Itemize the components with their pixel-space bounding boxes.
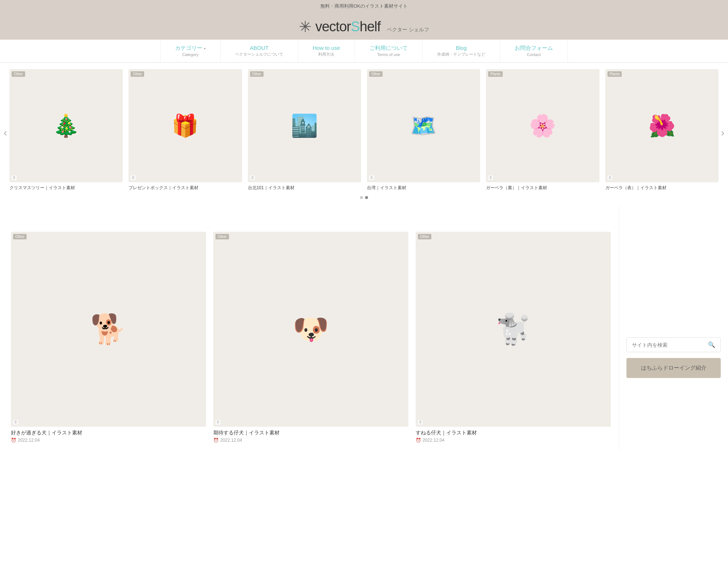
carousel-item-badge: Plants bbox=[488, 71, 503, 77]
article-image: Other 🐕 8 bbox=[11, 232, 206, 427]
logo-highlight: S bbox=[351, 19, 360, 34]
carousel-item-badge: Other bbox=[131, 71, 144, 77]
carousel-item-icon: 🗺️ bbox=[410, 115, 437, 137]
chevron-down-icon: ▾ bbox=[204, 47, 206, 51]
carousel-item[interactable]: Other 🎄 8 クリスマスツリー｜イラスト素材 bbox=[7, 68, 126, 192]
nav-about-main: ABOUT bbox=[235, 45, 283, 51]
nav-about-sub: ベクターシェルフについて bbox=[235, 52, 283, 57]
carousel-section: ‹ Other 🎄 8 クリスマスツリー｜イラスト素材 Other 🎁 8 プレ… bbox=[0, 63, 728, 206]
watermark: 8 bbox=[13, 420, 18, 425]
top-banner: 無料・商用利用OKのイラスト素材サイト bbox=[0, 0, 728, 12]
watermark: 8 bbox=[215, 420, 221, 425]
sidebar-banner[interactable]: はちふらドローイング紹介 bbox=[626, 358, 721, 378]
logo-star-icon: ✳ bbox=[299, 19, 312, 35]
clock-icon: ⏰ bbox=[11, 438, 16, 443]
nav-howtouse-sub: 利用方法 bbox=[313, 52, 340, 57]
nav-item-terms[interactable]: ご利用について Terms of use bbox=[355, 40, 423, 62]
article-card[interactable]: Other 🐕 8 好きが過ぎる犬｜イラスト素材 ⏰ 2022.12.04 bbox=[11, 232, 206, 443]
carousel-item[interactable]: Other 🏙️ 8 台北101｜イラスト素材 bbox=[245, 68, 364, 192]
carousel-item-image: Other 🎁 8 bbox=[128, 69, 242, 182]
article-card[interactable]: Other 🐩 8 すねる仔犬｜イラスト素材 ⏰ 2022.12.04 bbox=[416, 232, 611, 443]
carousel-track: Other 🎄 8 クリスマスツリー｜イラスト素材 Other 🎁 8 プレゼン… bbox=[0, 68, 728, 192]
article-image: Other 🐶 8 bbox=[213, 232, 408, 427]
carousel-item-icon: 🌺 bbox=[648, 115, 676, 137]
article-icon: 🐶 bbox=[293, 315, 329, 344]
carousel-item-title: 台湾｜イラスト素材 bbox=[367, 184, 480, 191]
carousel-item-badge: Other bbox=[12, 71, 25, 77]
nav-item-contact[interactable]: お問合フォーム Contact bbox=[500, 40, 568, 62]
sidebar-banner-text: はちふらドローイング紹介 bbox=[641, 365, 707, 371]
carousel-item-icon: 🏙️ bbox=[291, 115, 318, 137]
carousel-item-icon: 🎁 bbox=[171, 115, 199, 137]
carousel-item-image: Other 🗺️ 8 bbox=[367, 69, 480, 182]
carousel-item-image: Other 🎄 8 bbox=[9, 69, 123, 182]
nav-contact-sub: Contact bbox=[515, 52, 553, 57]
carousel-item-image: Plants 🌺 8 bbox=[605, 69, 719, 182]
article-date: ⏰ 2022.12.04 bbox=[416, 438, 611, 443]
carousel-item-icon: 🎄 bbox=[52, 115, 80, 137]
carousel-item-badge: Other bbox=[250, 71, 264, 77]
watermark: 8 bbox=[418, 420, 423, 425]
article-icon: 🐩 bbox=[495, 315, 531, 344]
watermark: 8 bbox=[131, 175, 136, 180]
article-date: ⏰ 2022.12.04 bbox=[11, 438, 206, 443]
carousel-item-title: ガーベラ（表）｜イラスト素材 bbox=[605, 184, 719, 191]
clock-icon: ⏰ bbox=[416, 438, 421, 443]
nav-blog-sub: 作成例・テンプレートなど bbox=[437, 52, 485, 57]
carousel-item-icon: 🌸 bbox=[529, 115, 556, 137]
carousel-item-title: ガーベラ（裏）｜イラスト素材 bbox=[486, 184, 599, 191]
logo-text: vectorShelf bbox=[315, 19, 384, 34]
carousel-item[interactable]: Other 🗺️ 8 台湾｜イラスト素材 bbox=[364, 68, 483, 192]
carousel-item[interactable]: Other 🎁 8 プレゼントボックス｜イラスト素材 bbox=[126, 68, 245, 192]
nav-howtouse-main: How to use bbox=[313, 45, 340, 51]
carousel-dot[interactable] bbox=[365, 196, 368, 199]
watermark: 8 bbox=[250, 175, 255, 180]
carousel-item-badge: Other bbox=[369, 71, 383, 77]
article-title: すねる仔犬｜イラスト素材 bbox=[416, 430, 611, 436]
carousel-dot[interactable] bbox=[360, 196, 363, 199]
clock-icon: ⏰ bbox=[213, 438, 219, 443]
article-date: ⏰ 2022.12.04 bbox=[213, 438, 408, 443]
article-card[interactable]: Other 🐶 8 期待する仔犬｜イラスト素材 ⏰ 2022.12.04 bbox=[213, 232, 408, 443]
articles-grid: Other 🐕 8 好きが過ぎる犬｜イラスト素材 ⏰ 2022.12.04 Ot… bbox=[11, 232, 612, 443]
carousel-item[interactable]: Plants 🌺 8 ガーベラ（表）｜イラスト素材 bbox=[602, 68, 721, 192]
carousel-next-button[interactable]: › bbox=[717, 123, 728, 142]
logo[interactable]: ✳ vectorShelf ベクター シェルフ bbox=[299, 19, 429, 35]
carousel-item-badge: Plants bbox=[608, 71, 622, 77]
watermark: 8 bbox=[608, 175, 613, 180]
article-badge: Other bbox=[215, 234, 229, 239]
carousel-prev-button[interactable]: ‹ bbox=[0, 123, 11, 142]
nav-item-category[interactable]: カテゴリー▾ Category bbox=[160, 40, 221, 62]
article-badge: Other bbox=[13, 234, 27, 239]
article-title: 期待する仔犬｜イラスト素材 bbox=[213, 430, 408, 436]
article-icon: 🐕 bbox=[90, 315, 127, 344]
watermark: 8 bbox=[488, 175, 493, 180]
article-image: Other 🐩 8 bbox=[416, 232, 611, 427]
main-nav: カテゴリー▾ Category ABOUT ベクターシェルフについて How t… bbox=[0, 40, 728, 63]
nav-item-blog[interactable]: Blog 作成例・テンプレートなど bbox=[423, 40, 500, 62]
search-input[interactable] bbox=[627, 338, 703, 351]
carousel-item-title: 台北101｜イラスト素材 bbox=[248, 184, 361, 191]
nav-category-main: カテゴリー▾ bbox=[175, 45, 206, 52]
nav-item-about[interactable]: ABOUT ベクターシェルフについて bbox=[221, 40, 298, 62]
article-title: 好きが過ぎる犬｜イラスト素材 bbox=[11, 430, 206, 436]
nav-terms-main: ご利用について bbox=[369, 45, 408, 52]
search-button[interactable]: 🔍 bbox=[703, 338, 720, 352]
carousel-item-title: プレゼントボックス｜イラスト素材 bbox=[128, 184, 242, 191]
carousel-item-title: クリスマスツリー｜イラスト素材 bbox=[9, 184, 123, 191]
nav-item-how-to-use[interactable]: How to use 利用方法 bbox=[298, 40, 355, 62]
top-banner-text: 無料・商用利用OKのイラスト素材サイト bbox=[320, 3, 408, 9]
header: ✳ vectorShelf ベクター シェルフ bbox=[0, 12, 728, 40]
watermark: 8 bbox=[369, 175, 374, 180]
nav-contact-main: お問合フォーム bbox=[515, 45, 553, 52]
article-badge: Other bbox=[418, 234, 431, 239]
carousel-item-image: Plants 🌸 8 bbox=[486, 69, 599, 182]
content-right: 🔍 はちふらドローイング紹介 bbox=[619, 206, 728, 450]
nav-category-sub: Category bbox=[175, 52, 206, 57]
carousel-item[interactable]: Plants 🌸 8 ガーベラ（裏）｜イラスト素材 bbox=[483, 68, 602, 192]
carousel-item-image: Other 🏙️ 8 bbox=[248, 69, 361, 182]
watermark: 8 bbox=[12, 175, 17, 180]
main-content: Other 🐕 8 好きが過ぎる犬｜イラスト素材 ⏰ 2022.12.04 Ot… bbox=[0, 206, 728, 450]
nav-terms-sub: Terms of use bbox=[369, 52, 408, 57]
nav-blog-main: Blog bbox=[437, 45, 485, 51]
